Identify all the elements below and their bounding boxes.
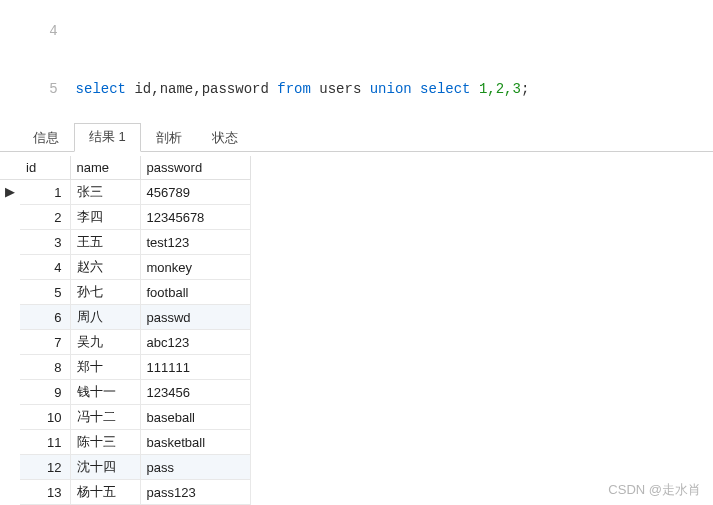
tab-profile[interactable]: 剖析 <box>141 124 197 152</box>
sql-text: users <box>311 81 370 97</box>
cell-id[interactable]: 4 <box>20 255 70 280</box>
cell-id[interactable]: 5 <box>20 280 70 305</box>
cell-password[interactable]: basketball <box>140 430 250 455</box>
result-table[interactable]: id name password 1张三4567892李四123456783王五… <box>20 156 251 505</box>
cell-password[interactable]: baseball <box>140 405 250 430</box>
cell-name[interactable]: 杨十五 <box>70 480 140 505</box>
cell-id[interactable]: 10 <box>20 405 70 430</box>
cell-password[interactable]: passwd <box>140 305 250 330</box>
table-row[interactable]: 9钱十一123456 <box>20 380 250 405</box>
line-number: 5 <box>34 80 76 100</box>
sql-keyword: from <box>277 81 311 97</box>
result-tabs: 信息 结果 1 剖析 状态 <box>0 126 713 152</box>
sql-text: ; <box>521 81 529 97</box>
cell-name[interactable]: 赵六 <box>70 255 140 280</box>
cell-id[interactable]: 2 <box>20 205 70 230</box>
table-row[interactable]: 13杨十五pass123 <box>20 480 250 505</box>
table-row[interactable]: 2李四12345678 <box>20 205 250 230</box>
table-row[interactable]: 8郑十111111 <box>20 355 250 380</box>
cell-id[interactable]: 1 <box>20 180 70 205</box>
sql-keyword: select <box>412 81 471 97</box>
row-indicator-column: ▶ <box>0 156 20 505</box>
table-row[interactable]: 4赵六monkey <box>20 255 250 280</box>
cell-name[interactable]: 郑十 <box>70 355 140 380</box>
cell-password[interactable]: abc123 <box>140 330 250 355</box>
table-row[interactable]: 12沈十四pass <box>20 455 250 480</box>
tab-result-1[interactable]: 结果 1 <box>74 123 141 152</box>
tab-info[interactable]: 信息 <box>18 124 74 152</box>
result-grid[interactable]: ▶ id name password 1张三4567892李四123456783… <box>0 156 713 505</box>
column-header-name[interactable]: name <box>70 156 140 180</box>
table-row[interactable]: 5孙七football <box>20 280 250 305</box>
cell-password[interactable]: monkey <box>140 255 250 280</box>
cell-password[interactable]: football <box>140 280 250 305</box>
cell-password[interactable]: 123456 <box>140 380 250 405</box>
cell-id[interactable]: 8 <box>20 355 70 380</box>
cell-id[interactable]: 6 <box>20 305 70 330</box>
cell-id[interactable]: 3 <box>20 230 70 255</box>
tab-status[interactable]: 状态 <box>197 124 253 152</box>
cell-id[interactable]: 12 <box>20 455 70 480</box>
table-row[interactable]: 7吴九abc123 <box>20 330 250 355</box>
header-row: id name password <box>20 156 250 180</box>
sql-editor[interactable]: 4 5select id,name,password from users un… <box>0 0 713 126</box>
sql-number: 1,2,3 <box>471 81 521 97</box>
cell-name[interactable]: 钱十一 <box>70 380 140 405</box>
table-row[interactable]: 10冯十二baseball <box>20 405 250 430</box>
table-row[interactable]: 11陈十三basketball <box>20 430 250 455</box>
cell-id[interactable]: 11 <box>20 430 70 455</box>
cell-password[interactable]: pass <box>140 455 250 480</box>
cell-id[interactable]: 9 <box>20 380 70 405</box>
cell-name[interactable]: 王五 <box>70 230 140 255</box>
cell-name[interactable]: 张三 <box>70 180 140 205</box>
sql-keyword: union <box>370 81 412 97</box>
cell-name[interactable]: 孙七 <box>70 280 140 305</box>
cell-password[interactable]: test123 <box>140 230 250 255</box>
table-row[interactable]: 6周八passwd <box>20 305 250 330</box>
cell-name[interactable]: 冯十二 <box>70 405 140 430</box>
cell-id[interactable]: 7 <box>20 330 70 355</box>
cell-name[interactable]: 沈十四 <box>70 455 140 480</box>
cell-name[interactable]: 吴九 <box>70 330 140 355</box>
table-row[interactable]: 3王五test123 <box>20 230 250 255</box>
sql-text: id,name,password <box>126 81 277 97</box>
cell-name[interactable]: 陈十三 <box>70 430 140 455</box>
cell-name[interactable]: 周八 <box>70 305 140 330</box>
active-row-marker-icon: ▶ <box>0 180 20 203</box>
table-row[interactable]: 1张三456789 <box>20 180 250 205</box>
cell-password[interactable]: pass123 <box>140 480 250 505</box>
cell-id[interactable]: 13 <box>20 480 70 505</box>
column-header-password[interactable]: password <box>140 156 250 180</box>
column-header-id[interactable]: id <box>20 156 70 180</box>
cell-password[interactable]: 456789 <box>140 180 250 205</box>
line-number: 4 <box>34 22 76 42</box>
sql-keyword: select <box>76 81 126 97</box>
cell-name[interactable]: 李四 <box>70 205 140 230</box>
cell-password[interactable]: 12345678 <box>140 205 250 230</box>
cell-password[interactable]: 111111 <box>140 355 250 380</box>
